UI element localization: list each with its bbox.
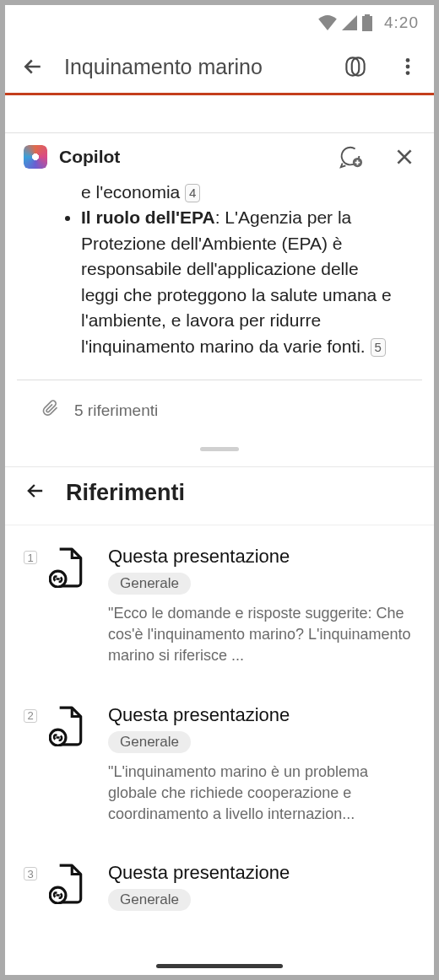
app-header: Inquinamento marino (5, 40, 434, 93)
citation-badge[interactable]: 5 (371, 338, 386, 357)
reference-title: Questa presentazione (108, 862, 415, 884)
overflow-menu-icon[interactable] (397, 56, 419, 78)
status-bar: 4:20 (5, 5, 434, 40)
status-clock: 4:20 (384, 13, 419, 32)
bullet-bold-text: Il ruolo dell'EPA (81, 207, 215, 227)
reference-tag: Generale (108, 731, 191, 753)
cellular-icon (342, 15, 357, 30)
reference-tag: Generale (108, 573, 191, 595)
references-panel: Riferimenti 1 Questa presentazione Gener… (5, 466, 434, 919)
references-summary[interactable]: 5 riferimenti (17, 380, 422, 440)
drag-handle[interactable] (200, 447, 239, 451)
svg-rect-0 (362, 16, 372, 31)
response-text-fragment: e l'economia (81, 182, 180, 202)
copilot-logo-icon (24, 145, 47, 169)
document-link-icon (49, 864, 84, 919)
reference-tag: Generale (108, 889, 191, 911)
reference-title: Questa presentazione (108, 704, 415, 726)
response-line: e l'economia 4 (39, 180, 400, 205)
back-button[interactable] (20, 54, 46, 79)
device-frame: 4:20 Inquinamento marino Copilot (5, 5, 434, 975)
svg-point-6 (406, 71, 410, 75)
document-link-icon (49, 547, 84, 667)
attachment-icon (42, 399, 59, 422)
reference-item[interactable]: 2 Questa presentazione Generale "L'inqui… (24, 704, 415, 826)
bullet-body-text: : L'Agenzia per la Protezione dell'Ambie… (81, 207, 392, 355)
reference-snippet: "Ecco le domande e risposte suggerite: C… (108, 603, 415, 667)
svg-point-4 (406, 58, 410, 62)
wifi-icon (318, 15, 337, 30)
copilot-shortcut-icon[interactable] (341, 52, 370, 81)
citation-badge[interactable]: 4 (185, 184, 200, 202)
reference-item[interactable]: 1 Questa presentazione Generale "Ecco le… (24, 546, 415, 667)
references-count: 5 riferimenti (74, 401, 158, 420)
home-indicator[interactable] (156, 964, 283, 968)
svg-rect-1 (365, 14, 370, 16)
reference-title: Questa presentazione (108, 546, 415, 568)
references-header: Riferimenti (5, 467, 434, 525)
reference-item[interactable]: 3 Questa presentazione Generale (24, 862, 415, 919)
reference-list: 1 Questa presentazione Generale "Ecco le… (5, 525, 434, 919)
reference-number: 1 (24, 551, 37, 564)
copilot-response: e l'economia 4 Il ruolo dell'EPA: L'Agen… (17, 180, 422, 380)
reference-snippet: "L'inquinamento marino è un problema glo… (108, 762, 415, 826)
references-back-button[interactable] (24, 479, 47, 506)
copilot-title: Copilot (59, 147, 326, 167)
response-bullet: Il ruolo dell'EPA: L'Agenzia per la Prot… (81, 205, 400, 359)
close-icon[interactable] (393, 146, 415, 168)
document-link-icon (49, 706, 84, 826)
document-title: Inquinamento marino (64, 55, 322, 79)
svg-point-5 (406, 65, 410, 69)
reference-number: 3 (24, 867, 37, 880)
reference-number: 2 (24, 709, 37, 723)
battery-icon (362, 14, 372, 31)
new-chat-icon[interactable] (338, 144, 363, 170)
spacer (5, 95, 434, 132)
references-title: Riferimenti (66, 480, 185, 506)
copilot-header: Copilot (5, 132, 434, 180)
